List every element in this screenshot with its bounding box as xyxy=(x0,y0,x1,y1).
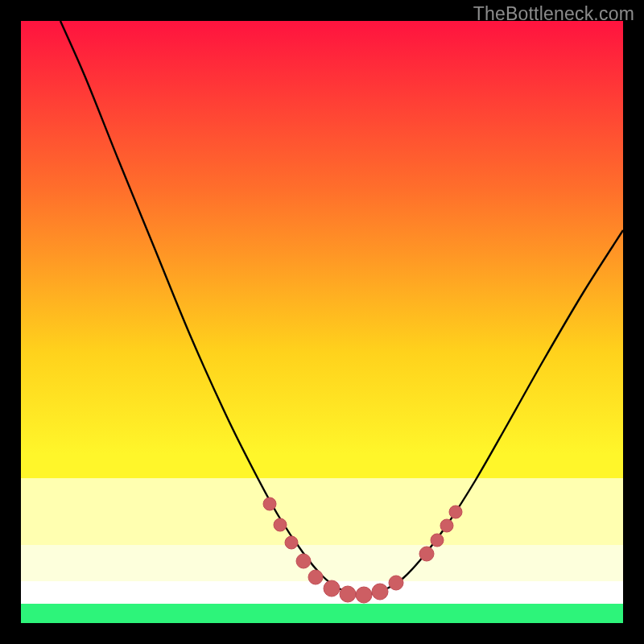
plot-area xyxy=(21,21,623,623)
marker-dot xyxy=(274,518,287,531)
curve-markers xyxy=(263,497,462,603)
marker-dot xyxy=(372,584,388,600)
marker-dot xyxy=(296,554,311,568)
marker-dot xyxy=(285,536,298,549)
marker-dot xyxy=(308,570,323,584)
marker-dot xyxy=(340,586,356,602)
marker-dot xyxy=(389,576,403,590)
marker-dot xyxy=(263,497,276,510)
marker-dot xyxy=(440,519,453,532)
marker-dot xyxy=(419,547,434,561)
watermark-text: TheBottleneck.com xyxy=(473,3,634,25)
marker-dot xyxy=(449,506,462,518)
marker-dot xyxy=(356,587,372,603)
bottleneck-curve xyxy=(60,21,623,595)
chart-svg xyxy=(21,21,623,623)
marker-dot xyxy=(324,580,340,597)
marker-dot xyxy=(431,534,444,547)
